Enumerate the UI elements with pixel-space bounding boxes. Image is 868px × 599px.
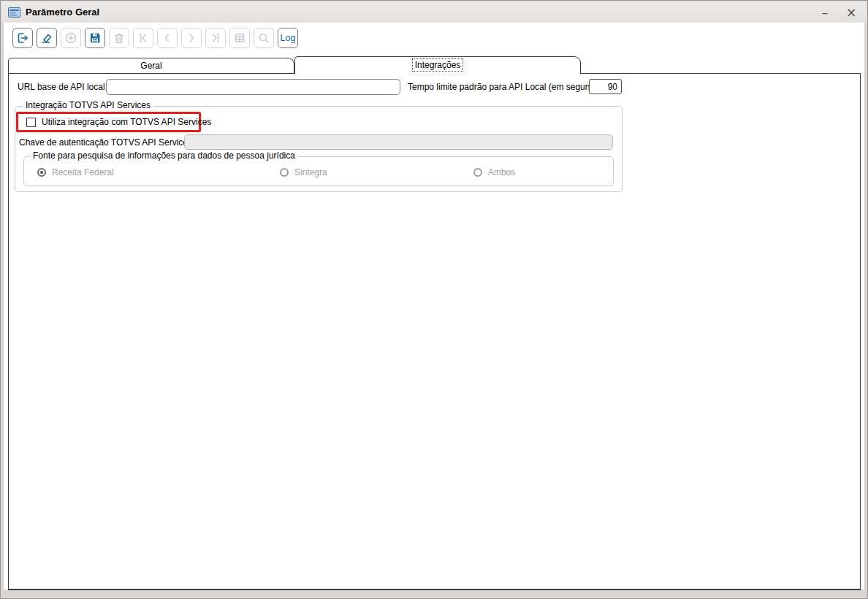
exit-icon <box>15 31 30 45</box>
integration-group-title: Integração TOTVS API Services <box>23 100 153 110</box>
radio-ambos[interactable]: Ambos <box>473 167 515 178</box>
source-groupbox: Fonte para pesquisa de informações para … <box>23 156 614 186</box>
next-record-button <box>181 28 202 48</box>
radio-receita-federal-label: Receita Federal <box>52 167 114 178</box>
client-area: Log Geral Integrações URL base de API lo… <box>4 23 864 590</box>
url-base-label: URL base de API local: <box>18 80 107 94</box>
first-record-icon <box>136 31 151 45</box>
window-title: Parâmetro Geral <box>26 7 99 18</box>
log-button[interactable]: Log <box>278 28 298 48</box>
source-group-title: Fonte para pesquisa de informações para … <box>30 150 298 161</box>
grid-button <box>229 28 250 48</box>
log-button-label: Log <box>281 33 296 43</box>
title-bar: Parâmetro Geral – × <box>1 1 867 23</box>
exit-button[interactable] <box>12 28 33 48</box>
use-integration-checkbox-label: Utiliza integração com TOTVS API Service… <box>42 115 211 129</box>
floppy-disk-icon <box>88 31 102 45</box>
tab-page-integracoes: URL base de API local: Tempo limite padr… <box>8 73 861 590</box>
auth-key-input <box>184 134 613 150</box>
radio-sintegra[interactable]: Sintegra <box>280 167 327 178</box>
tab-geral[interactable]: Geral <box>8 58 294 73</box>
minimize-button[interactable]: – <box>817 4 833 20</box>
auth-key-label: Chave de autenticação TOTVS API Services… <box>19 135 194 150</box>
app-icon <box>8 7 20 18</box>
clear-button[interactable] <box>37 28 57 48</box>
chevron-right-icon <box>184 31 199 45</box>
save-button[interactable] <box>85 28 105 48</box>
radio-ambos-icon <box>473 168 482 177</box>
prev-record-button <box>157 28 178 48</box>
radio-receita-federal[interactable]: Receita Federal <box>37 167 114 178</box>
last-record-button <box>205 28 226 48</box>
chevron-left-icon <box>160 31 175 45</box>
radio-sintegra-label: Sintegra <box>294 167 327 178</box>
timeout-label: Tempo limite padrão para API Local (em s… <box>408 80 609 94</box>
tab-integracoes[interactable]: Integrações <box>294 56 581 74</box>
table-icon <box>232 31 247 45</box>
delete-button <box>109 28 129 48</box>
trash-icon <box>112 31 126 45</box>
magnifier-icon <box>256 31 271 45</box>
radio-receita-federal-icon <box>37 168 46 177</box>
highlight-annotation: Utiliza integração com TOTVS API Service… <box>16 112 201 132</box>
radio-ambos-label: Ambos <box>488 167 515 178</box>
add-button <box>61 28 81 48</box>
last-record-icon <box>208 31 223 45</box>
radio-sintegra-icon <box>280 168 289 177</box>
timeout-input[interactable] <box>589 79 622 94</box>
toolbar: Log <box>12 28 298 48</box>
eraser-icon <box>39 31 54 45</box>
url-base-input[interactable] <box>106 79 400 95</box>
tab-integracoes-label: Integrações <box>413 59 463 71</box>
plus-circle-icon <box>64 31 78 45</box>
tab-geral-label: Geral <box>140 61 161 71</box>
close-button[interactable]: × <box>843 4 859 20</box>
search-button <box>254 28 274 48</box>
use-integration-checkbox[interactable] <box>26 118 36 127</box>
app-window: Parâmetro Geral – × <box>0 0 868 599</box>
first-record-button <box>133 28 153 48</box>
